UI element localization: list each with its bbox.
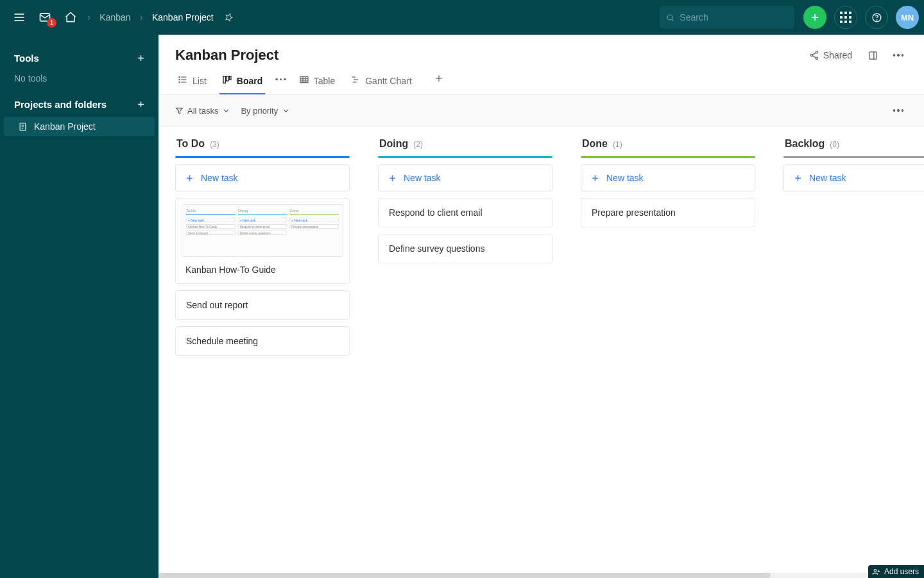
page-more-button[interactable] bbox=[889, 46, 907, 64]
new-task-label: New task bbox=[809, 173, 846, 183]
svg-line-22 bbox=[812, 56, 816, 58]
svg-point-20 bbox=[816, 57, 817, 59]
task-card-title: Send out report bbox=[186, 300, 248, 310]
task-card[interactable]: To Do+ New taskKanban How-To GuideSend o… bbox=[175, 198, 350, 284]
column-count: (0) bbox=[830, 140, 839, 149]
filter-tasks-button[interactable]: All tasks bbox=[175, 106, 230, 116]
search-input[interactable] bbox=[680, 12, 788, 22]
task-card[interactable]: Respond to client email bbox=[378, 198, 552, 227]
task-card-title: Respond to client email bbox=[389, 207, 483, 218]
sidebar-section-projects: Projects and folders bbox=[14, 99, 107, 110]
sidebar: Tools No tools Projects and folders Kanb… bbox=[0, 35, 158, 578]
plus-icon bbox=[136, 100, 146, 109]
sort-button[interactable]: By priority bbox=[241, 106, 290, 116]
user-avatar[interactable]: MN bbox=[896, 6, 919, 29]
tab-label: Board bbox=[237, 76, 262, 86]
tab-gantt-chart[interactable]: Gantt Chart bbox=[348, 71, 414, 94]
tab-label: Table bbox=[314, 76, 335, 86]
add-user-icon bbox=[872, 568, 880, 576]
apps-grid-icon bbox=[840, 12, 851, 23]
help-icon bbox=[871, 12, 882, 23]
apps-button[interactable] bbox=[834, 6, 857, 29]
new-task-button[interactable]: New task bbox=[378, 164, 552, 191]
filter-more-button[interactable] bbox=[889, 101, 907, 119]
new-task-label: New task bbox=[606, 173, 644, 183]
column-title[interactable]: To Do bbox=[176, 138, 205, 150]
shared-button[interactable]: Shared bbox=[805, 48, 856, 63]
task-card-title: Schedule meeting bbox=[186, 336, 258, 346]
task-card-title: Define survey questions bbox=[389, 243, 484, 254]
pin-button[interactable] bbox=[220, 8, 238, 26]
page-title: Kanban Project bbox=[175, 47, 278, 64]
plus-icon bbox=[590, 173, 600, 183]
side-panel-button[interactable] bbox=[864, 46, 882, 64]
new-task-button[interactable]: New task bbox=[581, 164, 755, 191]
tab-board[interactable]: Board bbox=[219, 71, 265, 94]
add-users-button[interactable]: Add users bbox=[868, 565, 924, 578]
column-accent-bar bbox=[581, 156, 755, 158]
board-column: To Do(3)New taskTo Do+ New taskKanban Ho… bbox=[175, 136, 350, 559]
column-count: (3) bbox=[210, 140, 219, 149]
tab-icon bbox=[222, 74, 232, 87]
add-project-button[interactable] bbox=[133, 96, 148, 112]
column-title[interactable]: Done bbox=[582, 138, 608, 150]
home-button[interactable] bbox=[59, 6, 82, 29]
filter-icon bbox=[175, 107, 184, 115]
board-scrollbar-track[interactable] bbox=[158, 573, 924, 578]
add-tool-button[interactable] bbox=[133, 50, 148, 66]
task-card[interactable]: Send out report bbox=[175, 290, 350, 320]
more-icon bbox=[275, 78, 286, 81]
add-view-button[interactable] bbox=[434, 73, 444, 92]
tab-icon bbox=[299, 74, 309, 87]
plus-icon bbox=[434, 73, 444, 83]
svg-rect-33 bbox=[229, 76, 231, 80]
task-card[interactable]: Define survey questions bbox=[378, 234, 552, 263]
breadcrumb-separator: › bbox=[85, 12, 93, 23]
breadcrumb-root[interactable]: Kanban bbox=[96, 10, 134, 25]
help-button[interactable] bbox=[865, 6, 888, 29]
new-task-label: New task bbox=[201, 173, 238, 183]
svg-point-9 bbox=[877, 19, 877, 20]
tab-list[interactable]: List bbox=[175, 71, 209, 94]
hamburger-icon bbox=[13, 11, 26, 24]
hamburger-menu-button[interactable] bbox=[8, 6, 31, 29]
shared-label: Shared bbox=[823, 50, 852, 60]
sidebar-item-project[interactable]: Kanban Project bbox=[4, 117, 155, 136]
inbox-badge: 1 bbox=[47, 18, 56, 28]
svg-point-4 bbox=[667, 15, 672, 20]
search-icon bbox=[666, 13, 674, 22]
task-card[interactable]: Schedule meeting bbox=[175, 326, 350, 356]
tab-label: Gantt Chart bbox=[365, 76, 411, 86]
panel-icon bbox=[868, 50, 878, 61]
breadcrumb-separator: › bbox=[137, 12, 146, 23]
task-card[interactable]: Prepare presentation bbox=[581, 198, 755, 227]
tab-table[interactable]: Table bbox=[296, 71, 338, 94]
plus-icon bbox=[388, 173, 397, 183]
svg-rect-23 bbox=[869, 51, 876, 58]
sidebar-item-label: Kanban Project bbox=[34, 121, 96, 132]
new-task-label: New task bbox=[404, 173, 441, 183]
column-title[interactable]: Doing bbox=[379, 138, 408, 150]
sort-label: By priority bbox=[241, 106, 278, 116]
column-count: (1) bbox=[613, 140, 622, 149]
card-preview: To Do+ New taskKanban How-To GuideSend o… bbox=[182, 204, 343, 257]
inbox-button[interactable]: 1 bbox=[33, 6, 56, 29]
chevron-down-icon bbox=[222, 107, 230, 115]
tab-icon bbox=[178, 74, 188, 87]
more-icon bbox=[893, 54, 904, 57]
pin-icon bbox=[224, 13, 234, 22]
svg-line-21 bbox=[812, 53, 816, 55]
board-scrollbar-thumb[interactable] bbox=[158, 573, 771, 578]
svg-point-28 bbox=[179, 76, 180, 77]
tab-more-button[interactable] bbox=[275, 78, 286, 87]
search-input-wrap[interactable] bbox=[660, 6, 794, 29]
new-task-button[interactable]: New task bbox=[175, 164, 350, 191]
column-title[interactable]: Backlog bbox=[785, 138, 825, 150]
tab-label: List bbox=[193, 76, 207, 86]
board-column: Doing(2)New taskRespond to client emailD… bbox=[378, 136, 552, 559]
breadcrumb-current[interactable]: Kanban Project bbox=[148, 10, 218, 25]
global-create-button[interactable] bbox=[803, 6, 826, 29]
new-task-button[interactable]: New task bbox=[783, 164, 924, 191]
column-accent-bar bbox=[783, 156, 924, 158]
svg-point-30 bbox=[179, 82, 180, 82]
